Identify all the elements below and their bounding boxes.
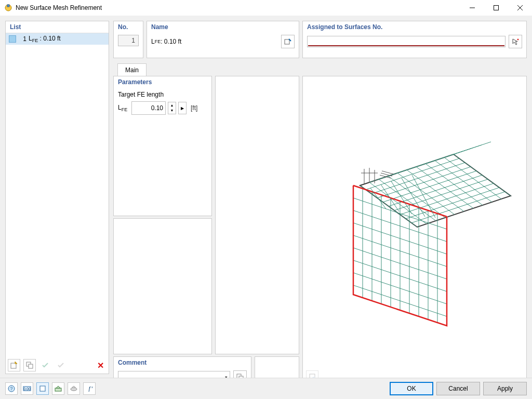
cancel-button[interactable]: Cancel	[436, 382, 480, 395]
svg-point-81	[71, 388, 77, 391]
units-button[interactable]: 0.00	[21, 382, 33, 395]
show-selection-button[interactable]	[52, 382, 64, 395]
edit-name-button[interactable]	[281, 35, 295, 48]
svg-line-34	[383, 171, 476, 202]
svg-rect-78	[40, 386, 45, 391]
mesh-preview-illustration	[303, 76, 526, 367]
number-group: No.	[113, 21, 143, 58]
parameters-group: Parameters Target FE length LFE ▲ ▼ ▶ [f…	[113, 76, 212, 216]
svg-text:x: x	[91, 385, 93, 389]
parameters-title: Parameters	[114, 76, 211, 88]
preview-panel	[302, 76, 527, 387]
svg-line-39	[411, 192, 505, 223]
delete-item-button[interactable]: ✕	[94, 359, 107, 371]
toggle-display-button[interactable]	[36, 382, 49, 395]
list-item-color-swatch	[9, 35, 16, 43]
maximize-button[interactable]	[484, 0, 508, 16]
svg-text:?: ?	[10, 386, 12, 391]
list-toolbar: ✕	[8, 359, 107, 371]
parameters-secondary-panel	[113, 218, 212, 354]
svg-rect-79	[55, 388, 61, 391]
help-button[interactable]: ?	[5, 382, 18, 395]
ok-button[interactable]: OK	[390, 382, 433, 395]
svg-marker-7	[15, 362, 17, 364]
list-item-index: 1	[18, 35, 26, 43]
svg-line-58	[370, 188, 386, 209]
lfe-value-input[interactable]	[131, 101, 166, 115]
view-options-button[interactable]	[68, 382, 80, 395]
close-button[interactable]	[508, 0, 532, 16]
number-field[interactable]	[118, 35, 139, 46]
svg-marker-80	[56, 386, 60, 388]
uncheck-all-button	[55, 359, 67, 371]
svg-rect-9	[29, 364, 33, 368]
assigned-surfaces-group: Assigned to Surfaces No.	[302, 21, 527, 58]
tab-strip: Main	[113, 62, 526, 76]
title-bar: New Surface Mesh Refinement	[0, 0, 532, 16]
list-header: List	[6, 21, 109, 33]
name-label: Name	[147, 21, 299, 33]
copy-item-button[interactable]	[23, 359, 36, 371]
lfe-unit: [ft]	[191, 104, 197, 112]
target-fe-length-label: Target FE length	[118, 91, 207, 98]
svg-line-4	[517, 5, 523, 10]
svg-line-36	[394, 179, 488, 210]
number-label: No.	[114, 21, 143, 33]
svg-marker-12	[513, 39, 517, 45]
minimize-button[interactable]	[460, 0, 484, 16]
comment-title: Comment	[114, 357, 251, 368]
lfe-symbol: LFE	[118, 104, 129, 112]
svg-line-62	[412, 175, 435, 218]
validation-underline	[308, 45, 504, 46]
assigned-surfaces-input-wrap	[307, 36, 506, 47]
name-group: Name LFE : 0.10 ft	[147, 21, 299, 58]
tab-main[interactable]: Main	[117, 63, 147, 76]
list-item-label: LFE : 0.10 ft	[29, 35, 61, 43]
spinner-down-icon: ▼	[168, 108, 176, 113]
svg-rect-3	[494, 6, 499, 10]
svg-rect-1	[7, 5, 9, 7]
lfe-slider-button[interactable]: ▶	[178, 102, 187, 114]
svg-line-31	[366, 158, 459, 190]
list-item[interactable]: 1 LFE : 0.10 ft	[6, 33, 109, 45]
new-item-button[interactable]	[8, 359, 20, 371]
app-icon	[4, 4, 12, 12]
svg-rect-10	[285, 39, 289, 44]
function-button[interactable]: ƒx	[83, 382, 96, 395]
pick-surfaces-button[interactable]	[509, 35, 522, 48]
spinner-up-icon: ▲	[168, 102, 176, 108]
name-field[interactable]: LFE : 0.10 ft	[151, 36, 278, 47]
svg-text:ƒ: ƒ	[88, 385, 91, 392]
svg-line-38	[406, 188, 499, 219]
dialog-bottom-bar: ? 0.00 ƒx OK Cancel Apply	[0, 378, 532, 399]
svg-text:0.00: 0.00	[23, 387, 31, 391]
lfe-spinner[interactable]: ▲ ▼	[168, 102, 176, 114]
check-all-button	[39, 359, 51, 371]
svg-line-32	[371, 163, 465, 194]
delete-icon: ✕	[97, 361, 104, 370]
window-title: New Surface Mesh Refinement	[16, 4, 102, 11]
definitions-list-panel: List 1 LFE : 0.10 ft ✕	[5, 21, 109, 374]
svg-line-61	[402, 178, 425, 217]
svg-line-33	[377, 167, 471, 198]
svg-line-5	[517, 5, 523, 10]
assigned-surfaces-label: Assigned to Surfaces No.	[303, 21, 526, 33]
dialog-client: List 1 LFE : 0.10 ft ✕ No.	[0, 16, 532, 399]
middle-panel	[215, 76, 299, 354]
apply-button[interactable]: Apply	[483, 382, 527, 395]
